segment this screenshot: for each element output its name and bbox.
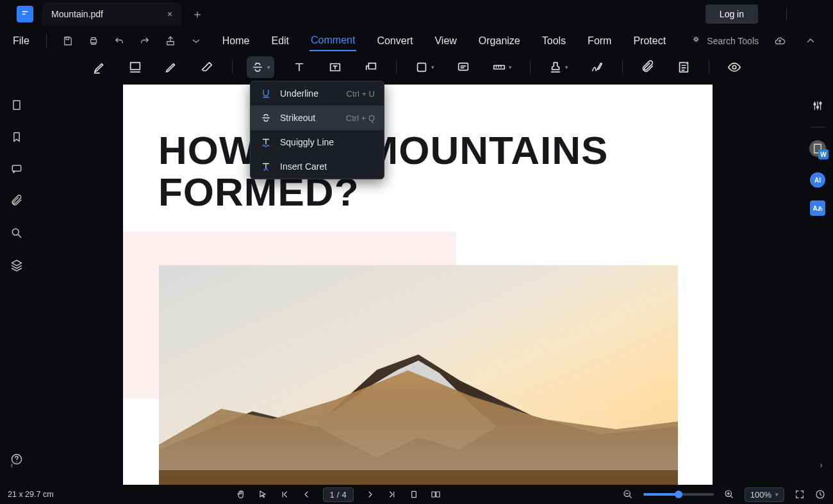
- caret-icon: [260, 161, 272, 172]
- svg-point-20: [12, 229, 19, 235]
- translate-badge[interactable]: Aあ: [810, 200, 825, 216]
- zoom-thumb[interactable]: [675, 491, 682, 498]
- nav-prev-page[interactable]: ‹: [10, 460, 13, 470]
- strikeout-tool-dropdown[interactable]: ▾: [247, 56, 274, 78]
- document-heading: HOW ARE MOUNTAINS FORMED?: [123, 85, 713, 219]
- thumbnails-icon[interactable]: [10, 99, 23, 114]
- comments-panel-icon[interactable]: [10, 163, 23, 178]
- document-tab[interactable]: Mountain.pdf ×: [42, 3, 181, 26]
- notes-panel-icon[interactable]: [673, 56, 695, 78]
- hand-tool-icon[interactable]: [236, 489, 246, 500]
- last-page-icon[interactable]: [387, 489, 397, 500]
- zoom-dropdown[interactable]: 100% ▾: [745, 487, 784, 502]
- stamp-tool[interactable]: ▾: [545, 56, 572, 78]
- word-export-badge[interactable]: W: [809, 140, 826, 157]
- dropdown-squiggly[interactable]: Squiggly Line: [251, 130, 384, 154]
- bookmarks-icon[interactable]: [10, 131, 23, 146]
- layers-icon[interactable]: [10, 259, 23, 274]
- single-page-icon[interactable]: [409, 489, 419, 500]
- dropdown-label: Insert Caret: [280, 161, 375, 172]
- fullscreen-icon[interactable]: [795, 489, 805, 500]
- eraser-tool[interactable]: [196, 56, 218, 78]
- attachment-tool[interactable]: [637, 56, 659, 78]
- tab-protect[interactable]: Protect: [632, 31, 667, 51]
- zoom-slider[interactable]: [643, 493, 714, 496]
- share-icon[interactable]: [161, 33, 180, 49]
- note-tool[interactable]: [452, 56, 474, 78]
- more-quick-icon[interactable]: [186, 33, 206, 49]
- next-page-icon[interactable]: [365, 489, 375, 500]
- login-button[interactable]: Log in: [705, 4, 758, 24]
- tab-comment[interactable]: Comment: [309, 31, 356, 51]
- dropdown-label: Underline: [280, 88, 339, 99]
- prev-page-icon[interactable]: [301, 489, 311, 500]
- dropdown-insert-caret[interactable]: Insert Caret: [251, 154, 384, 179]
- callout-tool[interactable]: [360, 56, 382, 78]
- svg-rect-15: [493, 65, 504, 69]
- measure-tool[interactable]: ▾: [488, 56, 516, 78]
- app-logo-icon: [17, 6, 33, 22]
- two-page-icon[interactable]: [431, 489, 441, 500]
- dropdown-underline[interactable]: Underline Ctrl + U: [251, 81, 384, 106]
- svg-point-17: [732, 65, 736, 69]
- search-tools[interactable]: Search Tools: [691, 36, 759, 46]
- select-tool-icon[interactable]: [258, 489, 268, 500]
- undo-icon[interactable]: [110, 33, 129, 49]
- ai-badge[interactable]: AI: [810, 172, 825, 188]
- squiggly-icon: [260, 136, 272, 148]
- page-size-label: 21 x 29.7 cm: [8, 490, 54, 499]
- highlight-tool[interactable]: [88, 56, 110, 78]
- save-icon[interactable]: [58, 33, 78, 49]
- comment-toolbar: ▾ ▾ ▾ ▾: [0, 54, 833, 81]
- nav-next-page[interactable]: ›: [820, 460, 823, 470]
- redo-icon[interactable]: [135, 33, 154, 49]
- dropdown-shortcut: Ctrl + Q: [346, 113, 375, 123]
- text-markup-dropdown: Underline Ctrl + U Strikeout Ctrl + Q Sq…: [250, 81, 384, 179]
- svg-rect-27: [432, 492, 435, 497]
- search-pane-icon[interactable]: [10, 227, 23, 242]
- svg-point-24: [820, 102, 821, 104]
- tab-convert[interactable]: Convert: [375, 31, 414, 51]
- attachments-icon[interactable]: [10, 195, 23, 210]
- print-icon[interactable]: [84, 33, 103, 49]
- strikeout-icon: [260, 112, 272, 124]
- tab-title: Mountain.pdf: [51, 9, 103, 19]
- svg-rect-18: [13, 101, 20, 109]
- dropdown-strikeout[interactable]: Strikeout Ctrl + Q: [251, 106, 384, 130]
- shape-tool[interactable]: ▾: [411, 56, 438, 78]
- text-tool[interactable]: [288, 56, 310, 78]
- tab-form[interactable]: Form: [586, 31, 613, 51]
- read-mode-icon[interactable]: [815, 489, 825, 500]
- zoom-out-icon[interactable]: [623, 489, 633, 500]
- collapse-ribbon-icon[interactable]: [801, 33, 820, 49]
- hide-comments-icon[interactable]: [723, 56, 745, 78]
- svg-rect-28: [436, 492, 439, 497]
- svg-point-23: [817, 106, 819, 108]
- pencil-tool[interactable]: [160, 56, 182, 78]
- properties-icon[interactable]: [812, 100, 823, 114]
- svg-rect-10: [130, 63, 140, 70]
- close-tab-icon[interactable]: ×: [167, 9, 172, 19]
- tab-organize[interactable]: Organize: [477, 31, 522, 51]
- document-canvas[interactable]: HOW ARE MOUNTAINS FORMED?: [33, 81, 802, 485]
- page-input[interactable]: 1 /4: [323, 487, 354, 502]
- add-tab-button[interactable]: ＋: [192, 6, 203, 22]
- tab-edit[interactable]: Edit: [270, 31, 290, 51]
- tab-view[interactable]: View: [433, 31, 458, 51]
- zoom-in-icon[interactable]: [724, 489, 734, 500]
- svg-rect-19: [12, 165, 21, 171]
- menu-tabs: Home Edit Comment Convert View Organize …: [221, 31, 667, 51]
- first-page-icon[interactable]: [279, 489, 290, 500]
- tab-home[interactable]: Home: [221, 31, 251, 51]
- signature-tool[interactable]: [586, 56, 608, 78]
- tab-tools[interactable]: Tools: [541, 31, 567, 51]
- file-menu[interactable]: File: [8, 35, 35, 47]
- textbox-tool[interactable]: [324, 56, 346, 78]
- area-highlight-tool[interactable]: [124, 56, 146, 78]
- word-w-icon: W: [818, 149, 829, 159]
- svg-rect-8: [167, 42, 174, 45]
- underline-icon: [260, 88, 272, 99]
- cloud-upload-icon[interactable]: [770, 33, 789, 49]
- left-sidebar: [0, 81, 33, 485]
- zoom-value: 100%: [750, 490, 771, 500]
